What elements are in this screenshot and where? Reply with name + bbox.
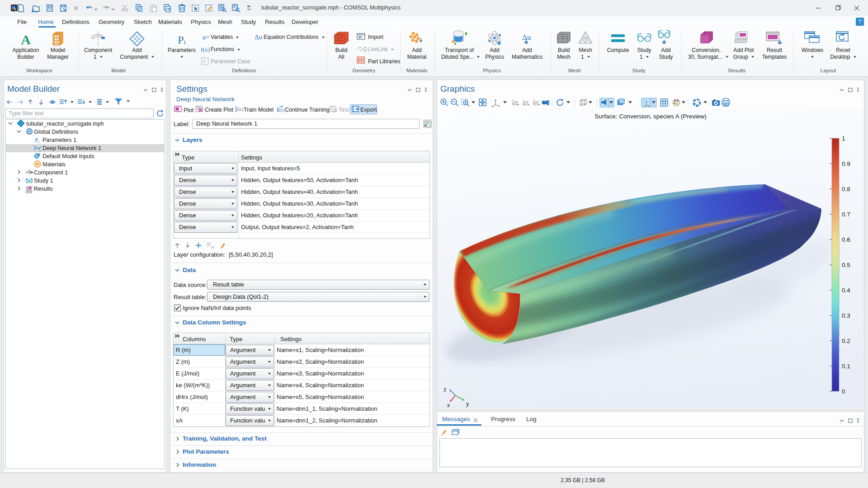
svg-text:z: z: [443, 386, 446, 393]
svg-text:1: 1: [842, 135, 845, 142]
svg-text:P: P: [203, 59, 206, 64]
svg-text:xz: xz: [535, 100, 539, 104]
svg-text:0.4: 0.4: [842, 287, 850, 294]
svg-text:y: y: [466, 401, 469, 407]
svg-text:f(x): f(x): [201, 46, 210, 53]
svg-text:A: A: [21, 32, 31, 47]
svg-text:0.1: 0.1: [842, 363, 850, 370]
svg-text:0.5: 0.5: [842, 262, 850, 268]
svg-text:f(x): f(x): [278, 108, 284, 113]
svg-text:a=: a=: [203, 33, 209, 41]
svg-text:0.3: 0.3: [842, 312, 850, 319]
svg-text:0.8: 0.8: [842, 186, 850, 192]
svg-text:0.9: 0.9: [842, 160, 850, 167]
svg-text:f(x): f(x): [237, 107, 243, 112]
svg-text:Pi: Pi: [178, 34, 186, 46]
svg-text:0.2: 0.2: [842, 338, 850, 344]
svg-text:Pi: Pi: [35, 136, 39, 144]
svg-text:xy: xy: [514, 100, 519, 104]
svg-text:0: 0: [842, 388, 845, 395]
svg-text:0.6: 0.6: [842, 236, 850, 243]
svg-text:0.7: 0.7: [842, 211, 850, 218]
svg-text:x: x: [447, 402, 450, 408]
svg-text:Δu: Δu: [255, 33, 263, 41]
svg-text:yz: yz: [524, 100, 529, 104]
